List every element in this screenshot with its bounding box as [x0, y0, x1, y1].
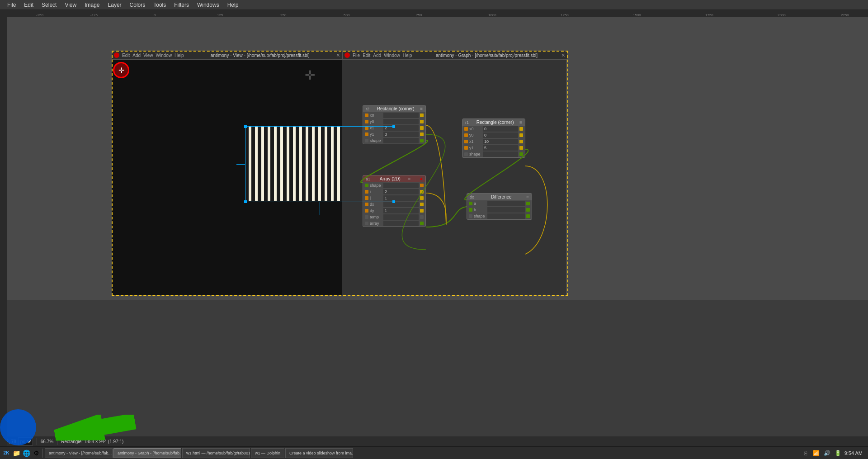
node-r2-x1[interactable]: x1 2 — [363, 125, 425, 131]
node-a1-header: a1 Array (2D) ≡ ● — [363, 175, 425, 182]
node-r2-x0[interactable]: x0 — [363, 112, 425, 118]
view-panel-close-x[interactable]: × — [336, 52, 340, 59]
node-r1-y1-value[interactable]: 5 — [483, 145, 518, 151]
menu-colors[interactable]: Colors — [126, 1, 149, 9]
menu-image[interactable]: Image — [81, 1, 103, 9]
node-r1-x1-value[interactable]: 10 — [483, 139, 518, 144]
node-a1-dx[interactable]: dx — [363, 201, 425, 208]
node-r1-y0-value[interactable]: 0 — [483, 132, 518, 138]
taskbar-btn-video[interactable]: Create a video slideshow from ima... — [285, 448, 353, 458]
menu-help[interactable]: Help — [224, 1, 242, 9]
graph-menu-window[interactable]: Window — [384, 53, 400, 58]
node-a1-dy-value[interactable]: 1 — [383, 208, 419, 213]
node-do-menu[interactable]: ≡ — [526, 194, 529, 199]
menu-file[interactable]: File — [4, 1, 19, 9]
graph-menu-add[interactable]: Add — [373, 53, 381, 58]
node-r1-x0-value[interactable]: 0 — [483, 126, 518, 132]
ruler-label: 1750 — [705, 13, 713, 17]
node-r2-y1-port-in — [365, 132, 368, 136]
menu-select[interactable]: Select — [38, 1, 60, 9]
node-a1-menu[interactable]: ≡ — [408, 176, 410, 181]
node-do-a-value[interactable] — [487, 201, 525, 206]
menu-layer[interactable]: Layer — [104, 1, 125, 9]
node-r2-shape-port-in — [365, 139, 368, 142]
view-menu-add[interactable]: Add — [132, 53, 141, 58]
ruler-label: 1500 — [633, 13, 641, 17]
menu-view[interactable]: View — [61, 1, 80, 9]
tray-volume-icon[interactable]: 🔊 — [823, 449, 832, 458]
node-do[interactable]: do Difference ≡ a b shape — [467, 193, 532, 220]
node-r2-y0-value[interactable] — [383, 119, 419, 124]
node-do-b[interactable]: b — [467, 207, 532, 213]
node-r1-shape-value[interactable] — [483, 151, 518, 157]
node-a1-j[interactable]: j 1 — [363, 195, 425, 201]
node-a1-array[interactable]: array — [363, 220, 425, 227]
node-a1-dx-value[interactable] — [383, 202, 419, 207]
node-r1-menu[interactable]: ≡ — [519, 120, 522, 125]
node-r1-y1[interactable]: y1 5 — [462, 145, 525, 151]
menu-edit[interactable]: Edit — [20, 1, 37, 9]
tray-battery-icon[interactable]: 🔋 — [834, 449, 843, 458]
node-a1[interactable]: a1 Array (2D) ≡ ● shape i 2 j 1 dx — [363, 175, 426, 227]
node-r2-menu[interactable]: ≡ — [420, 106, 423, 111]
node-a1-temp[interactable]: temp — [363, 214, 425, 220]
view-menu-edit[interactable]: Edit — [122, 53, 130, 58]
node-do-shape-value[interactable] — [487, 213, 525, 219]
taskbar-btn-view[interactable]: antimony - View - [/home/sub/fab... — [45, 448, 113, 458]
menu-tools[interactable]: Tools — [150, 1, 170, 9]
node-a1-shape-value[interactable] — [383, 183, 419, 188]
node-a1-array-value[interactable] — [383, 221, 419, 226]
view-canvas[interactable]: ✛ — [112, 60, 342, 295]
node-do-b-value[interactable] — [487, 207, 525, 213]
taskbar-btn-dolphin[interactable]: w1 — Dolphin — [251, 448, 284, 458]
node-r1[interactable]: r1 Rectangle (corner) ≡ x0 0 y0 0 x1 10 … — [462, 118, 525, 158]
node-a1-dy[interactable]: dy 1 — [363, 208, 425, 214]
menu-filters[interactable]: Filters — [170, 1, 193, 9]
view-menu-help[interactable]: Help — [175, 53, 184, 58]
node-r2-y1-value[interactable]: 3 — [383, 132, 419, 137]
node-do-shape[interactable]: shape — [467, 213, 532, 219]
taskbar-2k-icon[interactable]: 2K — [2, 449, 11, 458]
graph-menu-file[interactable]: File — [353, 53, 360, 58]
node-r1-y0[interactable]: y0 0 — [462, 132, 525, 138]
node-r2-y0-port-in — [365, 120, 368, 123]
node-a1-i-value[interactable]: 2 — [383, 189, 419, 194]
node-r2-x0-value[interactable] — [383, 113, 419, 118]
view-menu-window[interactable]: Window — [156, 53, 172, 58]
node-a1-j-port-in — [365, 196, 368, 200]
node-r2-y1[interactable]: y1 3 — [363, 131, 425, 137]
tray-copy-icon[interactable]: ⎘ — [801, 449, 810, 458]
node-do-a[interactable]: a — [467, 200, 532, 207]
taskbar-files-icon[interactable]: 📁 — [12, 449, 21, 458]
node-a1-j-value[interactable]: 1 — [383, 195, 419, 201]
node-r2[interactable]: r2 Rectangle (corner) ≡ x0 y0 x1 2 y1 3 — [363, 105, 426, 144]
view-menu-view[interactable]: View — [143, 53, 153, 58]
node-a1-temp-value[interactable] — [383, 214, 419, 220]
taskbar-btn-html[interactable]: w1.html — /home/sub/fab/gt/tab001/... — [182, 448, 250, 458]
node-a1-shape[interactable]: shape — [363, 182, 425, 189]
menu-windows[interactable]: Windows — [193, 1, 223, 9]
graph-close-btn[interactable] — [344, 52, 350, 58]
node-a1-close[interactable]: ● — [420, 176, 423, 181]
node-r1-shape[interactable]: shape — [462, 151, 525, 157]
node-r2-x1-port-out — [420, 126, 424, 130]
node-r1-x0-port-out — [519, 127, 523, 131]
graph-menu-edit[interactable]: Edit — [363, 53, 370, 58]
node-r1-shape-port-out — [519, 152, 523, 156]
node-r1-x1[interactable]: x1 10 — [462, 138, 525, 145]
taskbar-btn-graph[interactable]: antimony - Graph - [/home/sub/fab... — [113, 448, 181, 458]
node-r2-y0[interactable]: y0 — [363, 118, 425, 125]
node-r2-shape[interactable]: shape — [363, 137, 425, 144]
graph-canvas[interactable]: r2 Rectangle (corner) ≡ x0 y0 x1 2 y1 3 — [342, 60, 566, 295]
graph-panel-close-x[interactable]: × — [561, 52, 565, 59]
taskbar-firefox-icon[interactable]: 🌐 — [22, 449, 31, 458]
tray-network-icon[interactable]: 📶 — [812, 449, 821, 458]
graph-menu-help[interactable]: Help — [403, 53, 412, 58]
node-r1-x0[interactable]: x0 0 — [462, 126, 525, 132]
node-do-a-label: a — [474, 201, 487, 206]
node-r2-x1-value[interactable]: 2 — [383, 125, 419, 131]
node-a1-i[interactable]: i 2 — [363, 189, 425, 195]
taskbar-app-icon[interactable]: ⚙ — [32, 449, 41, 458]
view-close-btn[interactable] — [114, 52, 119, 58]
node-r2-shape-value[interactable] — [383, 138, 419, 143]
